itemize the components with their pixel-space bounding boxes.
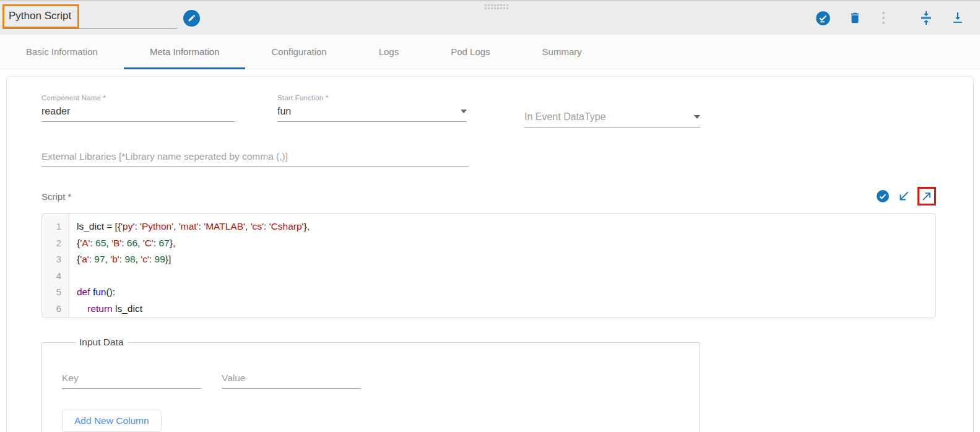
value-input[interactable]: Value bbox=[222, 373, 361, 389]
line-number-gutter: 123456 bbox=[42, 214, 69, 318]
code-line[interactable]: def fun(): bbox=[77, 284, 935, 301]
approve-button[interactable] bbox=[815, 10, 831, 27]
tab-logs[interactable]: Logs bbox=[353, 35, 425, 69]
code-line[interactable] bbox=[77, 268, 935, 285]
script-actions bbox=[875, 187, 936, 205]
component-name-field[interactable]: Component Name * reader bbox=[41, 94, 235, 127]
code-line[interactable]: {'A': 65, 'B': 66, 'C': 67}, bbox=[77, 235, 935, 252]
key-input[interactable]: Key bbox=[62, 373, 201, 389]
code-line[interactable]: ls_dict = [{'py': 'Python', 'mat': 'MATL… bbox=[77, 218, 935, 235]
topbar-actions bbox=[815, 10, 965, 27]
window-drag-handle[interactable] bbox=[485, 4, 508, 9]
start-function-value: fun bbox=[277, 106, 291, 117]
code-line[interactable]: {'a': 97, 'b': 98, 'c': 99}] bbox=[77, 251, 935, 268]
start-function-select[interactable]: fun bbox=[277, 106, 467, 122]
meta-information-panel: Component Name * reader Start Function *… bbox=[6, 76, 974, 432]
external-libraries-placeholder: External Libraries [*Library name sepera… bbox=[41, 151, 288, 162]
code-area[interactable]: ls_dict = [{'py': 'Python', 'mat': 'MATL… bbox=[69, 214, 935, 318]
check-circle-icon bbox=[815, 10, 831, 27]
component-name-value[interactable]: reader bbox=[41, 106, 235, 122]
in-event-datatype-placeholder: In Event DataType bbox=[524, 111, 606, 123]
collapse-script-button[interactable] bbox=[897, 189, 911, 203]
in-event-datatype-field[interactable]: In Event DataType bbox=[524, 94, 700, 127]
collapse-vertical-icon bbox=[919, 10, 934, 26]
pencil-icon bbox=[183, 10, 200, 27]
delete-button[interactable] bbox=[848, 11, 862, 25]
line-number: 6 bbox=[42, 301, 69, 318]
start-function-label: Start Function * bbox=[277, 94, 467, 102]
tab-basic-information[interactable]: Basic Information bbox=[0, 35, 124, 69]
line-number: 4 bbox=[42, 268, 69, 285]
key-placeholder: Key bbox=[62, 373, 79, 383]
script-code-editor[interactable]: 123456 ls_dict = [{'py': 'Python', 'mat'… bbox=[41, 213, 936, 318]
chevron-down-icon[interactable] bbox=[461, 110, 467, 113]
field-row-1: Component Name * reader Start Function *… bbox=[41, 94, 936, 127]
chevron-down-icon[interactable] bbox=[694, 115, 700, 119]
line-number: 1 bbox=[42, 218, 69, 235]
script-title-annotation-box: Python Script bbox=[2, 4, 79, 28]
collapse-vertical-button[interactable] bbox=[919, 10, 934, 26]
arrow-northeast-icon bbox=[921, 190, 933, 202]
download-icon bbox=[950, 10, 965, 26]
component-name-label: Component Name * bbox=[41, 94, 235, 102]
more-vert-menu[interactable] bbox=[878, 11, 888, 25]
input-data-legend: Input Data bbox=[76, 337, 128, 348]
tab-configuration[interactable]: Configuration bbox=[245, 35, 352, 69]
external-libraries-input[interactable]: External Libraries [*Library name sepera… bbox=[41, 151, 469, 167]
value-placeholder: Value bbox=[222, 373, 246, 383]
topbar: Python Script bbox=[0, 0, 980, 35]
start-function-field[interactable]: Start Function * fun bbox=[277, 94, 467, 127]
trash-icon bbox=[848, 11, 862, 25]
script-label: Script * bbox=[41, 191, 71, 202]
code-line[interactable]: return ls_dict bbox=[77, 301, 935, 318]
script-title-input[interactable]: Python Script bbox=[2, 4, 177, 29]
add-new-column-button[interactable]: Add New Column bbox=[62, 410, 162, 432]
validate-script-button[interactable] bbox=[875, 189, 890, 204]
tab-bar: Basic Information Meta Information Confi… bbox=[0, 35, 980, 69]
input-data-section: Input Data Key Value Add New Column bbox=[41, 337, 700, 432]
tab-meta-information[interactable]: Meta Information bbox=[124, 35, 246, 69]
tab-pod-logs[interactable]: Pod Logs bbox=[425, 35, 516, 69]
in-event-datatype-select[interactable]: In Event DataType bbox=[524, 111, 700, 127]
check-circle-icon bbox=[875, 189, 890, 204]
key-value-row: Key Value bbox=[62, 373, 700, 389]
expand-script-button[interactable] bbox=[917, 187, 936, 205]
tab-summary[interactable]: Summary bbox=[516, 35, 608, 69]
edit-title-button[interactable] bbox=[183, 10, 200, 27]
more-vert-icon bbox=[882, 12, 885, 24]
line-number: 2 bbox=[42, 235, 69, 252]
arrow-southwest-icon bbox=[897, 189, 911, 203]
script-header: Script * bbox=[41, 187, 936, 205]
download-button[interactable] bbox=[950, 10, 965, 26]
script-title: Python Script bbox=[9, 10, 71, 22]
line-number: 5 bbox=[42, 284, 69, 301]
line-number: 3 bbox=[42, 251, 69, 268]
